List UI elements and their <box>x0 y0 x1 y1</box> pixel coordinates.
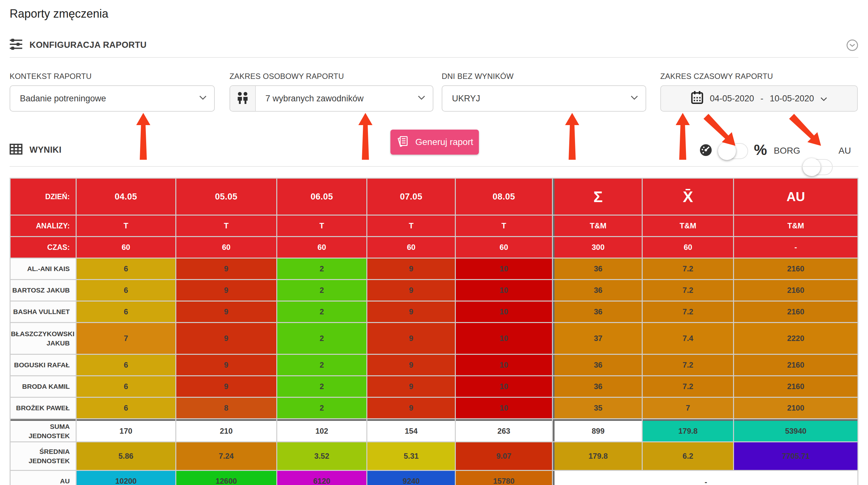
column-header: 08.05 <box>456 179 552 215</box>
avg-cell: 7.24 <box>176 443 276 470</box>
sum-row-label: SUMA JEDNOSTEK <box>10 419 75 441</box>
avg-cell: 5.31 <box>367 443 455 470</box>
chevron-down-icon <box>631 95 638 102</box>
chevron-down-icon <box>418 95 425 102</box>
value-cell: 6 <box>76 398 175 418</box>
value-cell: 8 <box>176 398 276 418</box>
value-cell: 2160 <box>734 259 858 279</box>
analyses-cell: T <box>367 216 455 236</box>
avg-cell: 3.52 <box>277 443 367 470</box>
borg-label: BORG <box>774 146 800 156</box>
column-header: 05.05 <box>176 179 276 215</box>
player-name: BROŻEK PAWEŁ <box>10 398 75 418</box>
analyses-cell: T <box>176 216 276 236</box>
au-merged-cell: - <box>553 471 858 485</box>
sum-row: SUMA JEDNOSTEK170210102154263899179.8539… <box>10 419 858 441</box>
value-cell: 37 <box>553 323 642 354</box>
au-cell: 12600 <box>176 471 276 485</box>
analyses-cell: T&M <box>643 216 733 236</box>
avg-cell: 9.07 <box>456 443 552 470</box>
value-cell: 2 <box>277 302 367 322</box>
value-cell: 2 <box>277 259 367 279</box>
value-cell: 10 <box>456 302 552 322</box>
value-cell: 7 <box>643 398 733 418</box>
analyses-cell: T&M <box>553 216 642 236</box>
config-divider <box>10 57 858 58</box>
empty-days-select-value: UKRYJ <box>442 94 480 104</box>
people-field-label: ZAKRES OSOBOWY RAPORTU <box>229 72 344 81</box>
column-header: Σ <box>553 179 642 215</box>
time-cell: 60 <box>456 237 552 258</box>
value-cell: 35 <box>553 398 642 418</box>
time-cell: 60 <box>76 237 175 258</box>
value-cell: 36 <box>553 259 642 279</box>
people-select[interactable]: 7 wybranych zawodników <box>229 85 433 112</box>
borg-au-toggle[interactable] <box>803 159 833 175</box>
header-analyses-row: ANALIZY:TTTTTT&MT&MT&M <box>10 216 858 236</box>
time-cell: 300 <box>553 237 642 258</box>
player-row: BŁASZCZYKOWSKI JAKUB792910377.42220 <box>10 323 858 354</box>
au-label: AU <box>838 146 851 156</box>
chevron-down-icon <box>820 94 827 104</box>
annotation-arrow-up-empty-days <box>565 113 579 161</box>
column-header: 04.05 <box>76 179 175 215</box>
player-name: AL.-ANI KAIS <box>10 259 75 279</box>
player-name: BŁASZCZYKOWSKI JAKUB <box>10 323 75 354</box>
column-header: 07.05 <box>367 179 455 215</box>
value-cell: 2160 <box>734 280 858 301</box>
annotation-arrow-diag-au-toggle <box>786 110 826 151</box>
value-cell: 6 <box>76 376 175 397</box>
results-section-header: WYNIKI <box>10 144 62 156</box>
sum-cell: 170 <box>76 419 175 441</box>
value-cell: 9 <box>176 376 276 397</box>
chevron-down-circle-icon <box>846 48 858 52</box>
value-cell: 7.2 <box>643 355 733 375</box>
generate-report-button[interactable]: Generuj raport <box>391 130 479 154</box>
value-cell: 9 <box>176 280 276 301</box>
value-cell: 2220 <box>734 323 858 354</box>
value-cell: 9 <box>367 398 455 418</box>
value-cell: 10 <box>456 323 552 354</box>
value-cell: 2 <box>277 280 367 301</box>
calendar-icon <box>691 91 703 106</box>
context-select[interactable]: Badanie potreningowe <box>10 85 215 112</box>
avg-cell: 179.8 <box>553 443 642 470</box>
percent-label: % <box>754 141 767 159</box>
config-section-header: KONFIGURACJA RAPORTU <box>10 38 147 51</box>
time-cell: 60 <box>367 237 455 258</box>
value-cell: 2 <box>277 398 367 418</box>
value-cell: 6 <box>76 302 175 322</box>
date-range-to: 10-05-2020 <box>770 94 814 104</box>
value-cell: 9 <box>176 302 276 322</box>
results-table: DZIEŃ:04.0505.0506.0507.0508.05ΣX̄AUANAL… <box>10 178 858 485</box>
player-row: BARTOSZ JAKUB692910367.22160 <box>10 280 858 301</box>
header-time-row: CZAS:606060606030060- <box>10 237 858 258</box>
value-cell: 9 <box>367 376 455 397</box>
value-cell: 9 <box>176 259 276 279</box>
value-cell: 10 <box>456 398 552 418</box>
date-range-from: 04-05-2020 <box>710 94 754 104</box>
value-cell: 9 <box>367 323 455 354</box>
au-cell: 9240 <box>367 471 455 485</box>
avg-row-label: ŚREDNIA JEDNOSTEK <box>10 443 75 470</box>
sum-cell: 102 <box>277 419 367 441</box>
collapse-config-button[interactable] <box>846 39 858 51</box>
player-name: BARTOSZ JAKUB <box>10 280 75 301</box>
empty-days-select[interactable]: UKRYJ <box>442 85 646 112</box>
date-range-picker[interactable]: 04-05-2020 - 10-05-2020 <box>660 85 858 112</box>
analyses-row-label: ANALIZY: <box>10 216 75 236</box>
avg-cell: 6.2 <box>643 443 733 470</box>
value-cell: 6 <box>76 280 175 301</box>
toggle-knob <box>803 158 820 176</box>
color-percent-toggle[interactable] <box>718 143 748 159</box>
tune-icon <box>10 38 23 51</box>
value-cell: 9 <box>367 259 455 279</box>
value-cell: 2160 <box>734 302 858 322</box>
config-section-title: KONFIGURACJA RAPORTU <box>30 40 147 50</box>
column-header: X̄ <box>643 179 733 215</box>
value-cell: 10 <box>456 280 552 301</box>
time-cell: - <box>734 237 858 258</box>
au-cell: 6120 <box>277 471 367 485</box>
chevron-down-icon <box>199 95 207 102</box>
time-row-label: CZAS: <box>10 237 75 258</box>
